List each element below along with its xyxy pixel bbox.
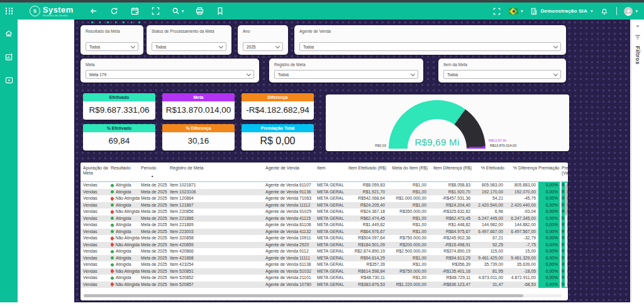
column-header[interactable]: Agente de Venda (265, 166, 316, 171)
table-cell: Meta de 2025 (141, 182, 169, 189)
status-text: Atingida (116, 229, 131, 234)
screen: S System Sistemas de Gestão ▾ (0, 0, 644, 308)
table-cell: 0,00% (538, 282, 560, 288)
table-cell: Meta de 2025 (141, 208, 169, 215)
table-row[interactable]: VendasNão AtingidaMeta de 2025Item 32085… (80, 235, 568, 242)
table-cell: META GERAL (317, 229, 348, 236)
table-row[interactable]: VendasAtingidaMeta de 2025Item 221866Age… (80, 215, 568, 222)
table-cell: META GERAL (317, 189, 348, 196)
column-header[interactable]: Item Efetivado (R$) (348, 166, 386, 171)
table-row[interactable]: VendasNão AtingidaMeta de 2025Item 52085… (80, 268, 568, 275)
table-cell: Item 1023106 (170, 189, 264, 196)
topbar: S System Sistemas de Gestão ▾ (0, 3, 644, 20)
language-flag-brazil[interactable]: ▾ (509, 5, 523, 18)
filter-dropdown[interactable]: Todos (274, 70, 418, 79)
filter-dropdown[interactable]: 2025 (243, 42, 283, 51)
organization-selector[interactable]: Demonstração SIA ▾ (530, 5, 593, 18)
table-cell: -R$457.931,36 (429, 195, 472, 202)
column-header[interactable]: % Diferença (506, 166, 537, 171)
app-logo[interactable]: S System Sistemas de Gestão (30, 6, 74, 17)
table-row[interactable]: VendasAtingidaMeta de 2025Item 1023106Ag… (80, 189, 568, 196)
left-sidebar (0, 20, 18, 302)
column-header[interactable]: Período (141, 166, 169, 171)
table-cell: Não Atingida (111, 242, 140, 249)
column-header[interactable]: Item Diferença (R$) (429, 166, 472, 171)
kpi-value: R$ 0,00 (242, 132, 314, 150)
table-row[interactable]: VendasAtingidaMeta de 2025Item 221869Age… (80, 222, 568, 229)
back-icon[interactable] (89, 5, 99, 18)
table-cell: Item 520852 (170, 275, 264, 282)
filter-funnel-icon[interactable] (635, 35, 641, 40)
table-cell: R$8.058,83 (429, 182, 472, 189)
table-cell: Vendas (83, 261, 109, 268)
horizontal-scroll-thumb[interactable] (84, 294, 523, 297)
filter-dropdown[interactable]: Meta 179 (86, 70, 254, 79)
sidebar-item-videos[interactable] (4, 74, 14, 86)
chevron-down-icon (275, 43, 280, 48)
table-cell: -R$836.123,47 (429, 282, 472, 288)
table-cell: 92,25 (473, 242, 504, 249)
column-header[interactable]: Registro de Meta (170, 166, 264, 171)
schedule-icon[interactable] (130, 5, 140, 18)
search-icon[interactable]: ▾ (172, 5, 184, 18)
column-header[interactable]: Resultado (111, 166, 140, 171)
notifications-bell-icon[interactable] (599, 5, 609, 18)
table-cell: META GERAL (317, 215, 348, 222)
sidebar-item-home[interactable] (4, 27, 14, 40)
column-header[interactable]: % Efetivado (473, 166, 504, 171)
logo-subtext: Sistemas de Gestão (43, 14, 74, 17)
fullscreen-icon[interactable] (492, 5, 502, 18)
status-text: Atingida (116, 203, 131, 207)
account-menu[interactable]: ▾ (624, 5, 638, 18)
table-row[interactable]: VendasAtingidaMeta de 2025Item 420866Age… (80, 248, 568, 255)
table-cell: Item 520851 (170, 268, 264, 275)
table-row[interactable]: VendasNão AtingidaMeta de 2025Item 52085… (80, 282, 568, 288)
table-row[interactable]: VendasAtingidaMeta de 2025Item 421868Age… (80, 255, 568, 262)
filter-dropdown[interactable]: Todos (152, 42, 226, 51)
table-cell: R$356,39 (429, 261, 472, 268)
table-cell: Atingida (111, 215, 140, 222)
column-header[interactable]: Meta do Item (R$) (387, 166, 428, 171)
table-cell: Item 223003 (170, 229, 264, 236)
vertical-scroll-thumb[interactable] (565, 184, 567, 215)
table-cell: R$750.000,00 (387, 235, 428, 242)
table-row[interactable]: VendasAtingidaMeta de 2025Item 121867Age… (80, 202, 568, 209)
table-row[interactable]: VendasNão AtingidaMeta de 2025Item 42085… (80, 242, 568, 249)
filter-dropdown[interactable]: Todos (443, 70, 561, 79)
table-cell: META GERAL (317, 182, 348, 189)
sidebar-item-reports[interactable] (4, 50, 14, 63)
status-atingida-icon (111, 230, 114, 233)
column-header[interactable]: Premiação (Valor) (562, 166, 568, 176)
table-cell: Vendas (83, 208, 109, 215)
filter-dropdown[interactable]: Todos (299, 42, 561, 51)
table-cell: Meta de 2025 (141, 202, 169, 209)
column-header[interactable]: Premiação (%) (538, 166, 560, 171)
table-cell: Meta de 2025 (141, 261, 169, 268)
status-atingida-icon (111, 277, 114, 280)
print-icon[interactable] (194, 5, 204, 18)
refresh-icon[interactable] (109, 5, 119, 18)
filter-label: Resultado da Meta (86, 29, 138, 33)
filter-dropdown[interactable]: Todos (86, 42, 138, 51)
kpi-value: R$9.687.331,06 (83, 101, 155, 119)
table-row[interactable]: VendasAtingidaMeta de 2025Item 423254Age… (80, 261, 568, 268)
table-cell: META GERAL (317, 261, 348, 268)
table-cell: META GERAL (317, 195, 348, 202)
table-cell: 2.420.540,00 (473, 202, 504, 209)
table-row[interactable]: VendasAtingidaMeta de 2025Item 1021871Ag… (80, 182, 568, 189)
gauge-target-label: R$13,87 Mi (489, 139, 506, 142)
fit-screen-icon[interactable] (151, 5, 161, 18)
apps-grid-icon[interactable] (0, 5, 13, 18)
table-cell: Agente de Venda 11112 (265, 202, 316, 209)
table-row[interactable]: VendasNão AtingidaMeta de 2025Item 12086… (80, 195, 568, 202)
table-row[interactable]: VendasAtingidaMeta de 2025Item 520852Age… (80, 275, 568, 282)
table-cell: R$1.000.000,00 (387, 195, 428, 202)
column-header[interactable]: Apuração da Meta (83, 166, 109, 176)
collapse-panel-icon[interactable]: « (636, 24, 639, 29)
table-cell: 9.461.429,00 (473, 255, 504, 262)
table-row[interactable]: VendasNão AtingidaMeta de 2025Item 22085… (80, 208, 568, 215)
column-header[interactable]: Item (317, 166, 348, 171)
table-row[interactable]: VendasAtingidaMeta de 2025Item 223003Age… (80, 229, 568, 236)
bookmark-icon[interactable] (215, 5, 225, 18)
table-cell: R$1,00 (387, 215, 428, 222)
